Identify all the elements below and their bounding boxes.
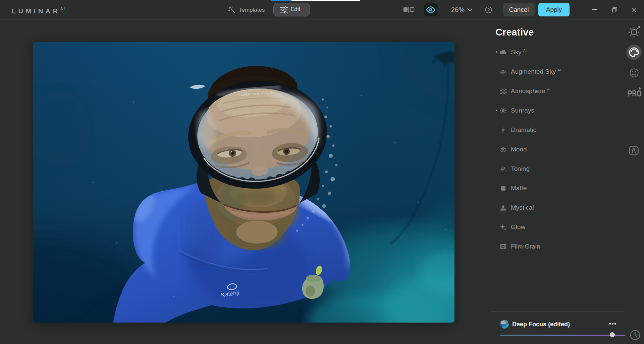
- svg-text:?: ?: [487, 8, 490, 12]
